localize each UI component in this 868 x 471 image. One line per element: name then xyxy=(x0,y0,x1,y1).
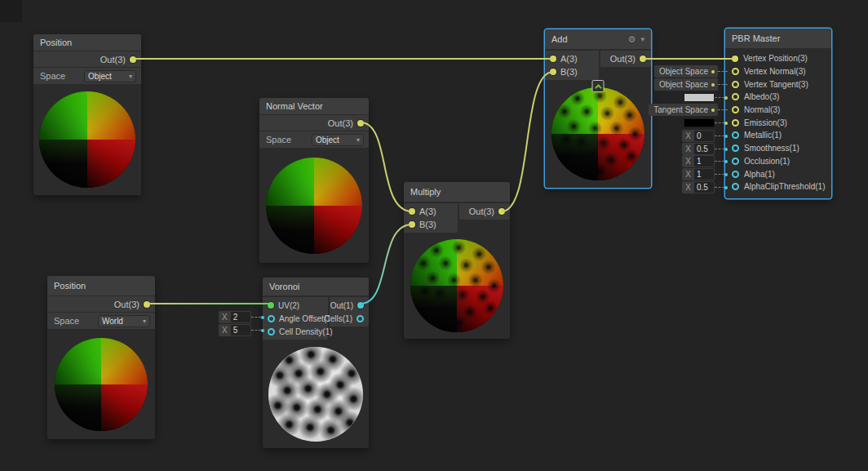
value-input[interactable]: 1 xyxy=(694,169,714,180)
input-port-row-cell-density: Cell Density(1) xyxy=(263,325,328,338)
gear-icon[interactable]: ⚙ xyxy=(628,35,636,44)
node-voronoi[interactable]: Voronoi UV(2) Angle Offset(1) Cell Densi… xyxy=(263,278,369,448)
node-preview xyxy=(33,84,141,195)
input-port-alpha1[interactable] xyxy=(732,171,739,178)
vector1-field[interactable]: X 1 xyxy=(682,155,715,167)
widget-connector xyxy=(251,330,261,331)
node-title-bar[interactable]: Position xyxy=(33,34,141,51)
smoothness-field-widget: X 0.5 xyxy=(682,143,728,155)
port-label: Metallic(1) xyxy=(744,131,782,140)
space-value: World xyxy=(102,317,123,326)
vertex-tangent-space-widget: Object Space xyxy=(654,78,728,91)
input-port-alphaclipthreshold1[interactable] xyxy=(732,183,739,190)
emission-color-widget xyxy=(684,117,728,129)
port-label: Vertex Normal(3) xyxy=(744,67,806,76)
widget-connector xyxy=(715,174,724,175)
node-title-bar[interactable]: Add ⚙ ▾ xyxy=(545,29,651,49)
port-label: A(3) xyxy=(560,54,578,64)
port-label: Vertex Tangent(3) xyxy=(744,80,808,89)
port-row-vertex-position: Vertex Position(3) xyxy=(725,52,831,65)
chevron-up-icon xyxy=(595,84,601,91)
port-row-alpha: Alpha(1) xyxy=(725,167,831,180)
widget-connector xyxy=(715,97,724,98)
node-title-bar[interactable]: Multiply xyxy=(404,182,510,202)
node-title: Position xyxy=(40,34,135,51)
node-title-bar[interactable]: Position xyxy=(47,276,155,295)
vector1-field[interactable]: X 5 xyxy=(219,324,251,336)
input-port-angle-offset1[interactable] xyxy=(268,315,275,322)
node-title-bar[interactable]: Normal Vector xyxy=(259,98,369,114)
port-row-alphaclipthreshold: AlphaClipThreshold(1) xyxy=(725,180,831,193)
canvas-corner-patch xyxy=(0,0,22,22)
port-label: Out(3) xyxy=(114,300,140,309)
collapse-preview-button[interactable] xyxy=(592,80,604,92)
space-dropdown[interactable]: World ▾ xyxy=(98,315,150,327)
vector1-field[interactable]: X 0.5 xyxy=(682,181,715,193)
axis-label: X xyxy=(682,131,694,140)
node-title-bar[interactable]: PBR Master xyxy=(725,29,831,48)
port-label: Occlusion(1) xyxy=(744,157,790,166)
space-tag-label: Object Space xyxy=(659,78,708,91)
input-port-occlusion1[interactable] xyxy=(732,158,739,165)
chevron-down-icon: ▾ xyxy=(143,318,146,325)
chevron-down-icon[interactable]: ▾ xyxy=(640,36,644,43)
node-title-bar[interactable]: Voronoi xyxy=(263,278,369,295)
value-input[interactable]: 5 xyxy=(231,325,250,335)
port-label: B(3) xyxy=(560,67,578,77)
input-port-metallic1[interactable] xyxy=(732,131,739,139)
space-dropdown[interactable]: Object ▾ xyxy=(312,134,364,146)
input-port-albedo3[interactable] xyxy=(732,93,739,100)
input-port-smoothness1[interactable] xyxy=(732,144,739,152)
alphaclipthreshold-field-widget: X 0.5 xyxy=(682,181,728,193)
port-row-out: Out(3) xyxy=(259,114,369,131)
shader-graph-canvas[interactable]: Position Out(3) Space Object ▾ Normal Ve… xyxy=(0,0,868,471)
node-normal-vector[interactable]: Normal Vector Out(3) Space Object ▾ xyxy=(259,98,369,263)
input-port-normal3[interactable] xyxy=(732,106,739,113)
port-label: Vertex Position(3) xyxy=(743,54,808,63)
port-row-out: Out(3) xyxy=(47,295,155,312)
value-input[interactable]: 1 xyxy=(694,156,714,167)
widget-connector xyxy=(715,161,724,162)
value-input[interactable]: 0.5 xyxy=(694,144,714,154)
input-port-emission3[interactable] xyxy=(732,119,739,127)
input-port-vertex-normal3[interactable] xyxy=(732,68,739,75)
node-pbr-master[interactable]: PBR Master Vertex Position(3) Vertex Nor… xyxy=(725,29,831,198)
port-label: Cells(1) xyxy=(325,314,352,323)
widget-port-dot xyxy=(724,96,728,100)
port-label: Albedo(3) xyxy=(744,92,779,101)
value-input[interactable]: 0.5 xyxy=(694,182,714,193)
vector1-field[interactable]: X 0 xyxy=(682,130,715,142)
space-tag[interactable]: Tangent Space xyxy=(649,104,718,116)
node-position-world[interactable]: Position Out(3) Space World ▾ xyxy=(47,276,155,439)
vector1-field[interactable]: X 1 xyxy=(682,168,715,180)
vector1-field[interactable]: X 0.5 xyxy=(682,143,715,155)
port-label: Out(1) xyxy=(330,301,353,310)
space-dropdown[interactable]: Object ▾ xyxy=(84,70,136,82)
space-tag[interactable]: Object Space xyxy=(654,65,718,78)
input-port-cell-density1[interactable] xyxy=(268,328,275,335)
port-label: Out(3) xyxy=(610,54,636,64)
space-tag[interactable]: Object Space xyxy=(654,78,718,91)
vector1-field[interactable]: X 2 xyxy=(219,311,251,323)
space-label: Space xyxy=(40,71,65,81)
node-preview xyxy=(47,329,155,439)
port-label: Cell Density(1) xyxy=(279,327,333,336)
widget-connector xyxy=(715,122,724,123)
node-add[interactable]: Add ⚙ ▾ A(3) B(3) Out(3) xyxy=(545,29,651,188)
node-title: Position xyxy=(54,276,148,295)
space-row: Space Object ▾ xyxy=(33,67,141,84)
node-position-object[interactable]: Position Out(3) Space Object ▾ xyxy=(33,34,141,195)
color-swatch[interactable] xyxy=(684,118,715,127)
value-input[interactable]: 2 xyxy=(231,312,250,322)
preview-sphere xyxy=(266,158,362,254)
node-multiply[interactable]: Multiply A(3) B(3) Out(3) xyxy=(404,182,510,339)
output-port-cells1[interactable] xyxy=(356,315,364,322)
value-input[interactable]: 0 xyxy=(694,131,714,141)
port-row-metallic: Metallic(1) xyxy=(725,129,831,142)
axis-label: X xyxy=(682,157,694,166)
chevron-down-icon: ▾ xyxy=(356,136,360,144)
input-port-vertex-tangent3[interactable] xyxy=(732,81,739,88)
color-swatch[interactable] xyxy=(684,93,715,102)
port-row-out: Out(3) xyxy=(33,51,141,67)
widget-connector xyxy=(718,84,728,85)
